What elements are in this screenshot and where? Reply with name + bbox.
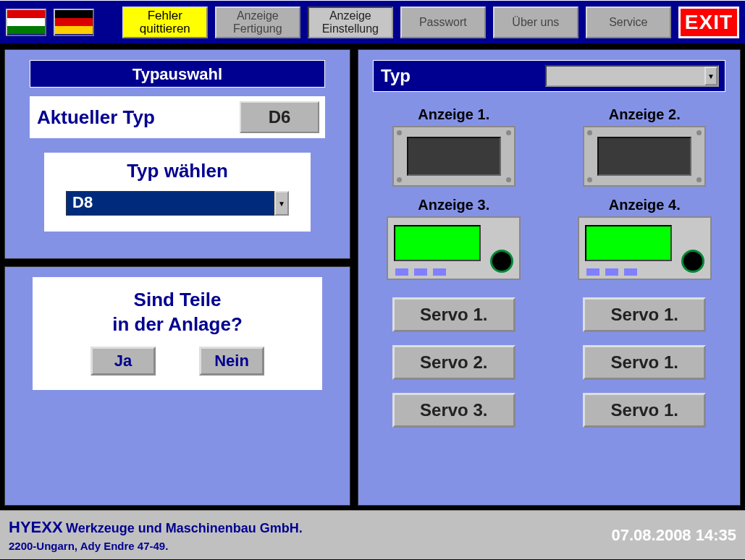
anzeige-fertigung-button[interactable]: Anzeige Fertigung xyxy=(215,7,300,38)
chevron-down-icon[interactable]: ▼ xyxy=(704,67,717,85)
anzeige-3-device xyxy=(387,216,521,280)
type-select-title: Typ wählen xyxy=(66,160,289,182)
ueber-uns-button[interactable]: Über uns xyxy=(493,7,578,38)
servo-grid: Servo 1. Servo 1. Servo 2. Servo 1. Serv… xyxy=(373,297,725,428)
anzeige-1-device xyxy=(392,126,515,187)
company-name: HYEXX xyxy=(9,518,63,536)
top-toolbar: Fehler quittieren Anzeige Fertigung Anze… xyxy=(0,0,745,43)
anzeige-einstellung-button[interactable]: Anzeige Einstellung xyxy=(308,7,393,38)
exit-button[interactable]: EXIT xyxy=(678,7,739,38)
current-type-value: D6 xyxy=(240,101,319,133)
type-dropdown-value: D8 xyxy=(66,191,274,216)
company-tagline: Werkzeuge und Maschinenbau GmbH. xyxy=(66,521,303,535)
flag-germany-button[interactable] xyxy=(54,9,94,36)
knob-icon xyxy=(681,250,704,273)
servo-2-right-button[interactable]: Servo 1. xyxy=(583,345,706,380)
anzeige-2-device xyxy=(583,126,706,187)
footer: HYEXX Werkzeuge und Maschinenbau GmbH. 2… xyxy=(0,510,745,559)
no-button[interactable]: Nein xyxy=(199,347,264,376)
passwort-button[interactable]: Passwort xyxy=(400,7,486,38)
anzeige-grid: Anzeige 1. Anzeige 2. Anzeige 3. xyxy=(373,106,725,280)
typ-label: Typ xyxy=(381,66,411,86)
main-area: Typauswahl Aktueller Typ D6 Typ wählen D… xyxy=(0,43,745,510)
anzeige-4-device xyxy=(578,216,712,280)
typ-dropdown[interactable]: ▼ xyxy=(545,65,719,87)
typ-dropdown-value xyxy=(547,67,704,85)
current-type-row: Aktueller Typ D6 xyxy=(30,96,325,138)
type-dropdown[interactable]: D8 ▼ xyxy=(66,191,289,216)
servo-1-left-button[interactable]: Servo 1. xyxy=(392,297,515,332)
servo-2-left-button[interactable]: Servo 2. xyxy=(392,345,515,380)
datetime-label: 07.08.2008 14:35 xyxy=(612,526,737,545)
anzeige-1-label: Anzeige 1. xyxy=(392,106,515,123)
chevron-down-icon[interactable]: ▼ xyxy=(274,191,289,216)
question-panel: Sind Teile in der Anlage? Ja Nein xyxy=(4,266,350,506)
company-address: 2200-Ungarn, Ady Endre 47-49. xyxy=(9,540,303,552)
servo-3-right-button[interactable]: Servo 1. xyxy=(583,393,706,428)
type-select-box: Typ wählen D8 ▼ xyxy=(44,153,311,232)
display-servo-panel: Typ ▼ Anzeige 1. Anzeige 2. xyxy=(358,49,741,506)
servo-1-right-button[interactable]: Servo 1. xyxy=(583,297,706,332)
question-box: Sind Teile in der Anlage? Ja Nein xyxy=(33,277,322,390)
anzeige-3-label: Anzeige 3. xyxy=(387,197,521,213)
question-text: Sind Teile in der Anlage? xyxy=(33,287,322,336)
panel-title: Typauswahl xyxy=(30,60,325,88)
service-button[interactable]: Service xyxy=(586,7,671,38)
anzeige-2-label: Anzeige 2. xyxy=(583,106,706,123)
yes-button[interactable]: Ja xyxy=(91,347,156,376)
typ-row: Typ ▼ xyxy=(373,60,725,92)
anzeige-4-label: Anzeige 4. xyxy=(578,197,712,213)
type-selection-panel: Typauswahl Aktueller Typ D6 Typ wählen D… xyxy=(4,49,350,259)
knob-icon xyxy=(490,250,513,273)
fehler-quittieren-button[interactable]: Fehler quittieren xyxy=(122,7,208,38)
servo-3-left-button[interactable]: Servo 3. xyxy=(392,393,515,428)
flag-hungary-button[interactable] xyxy=(6,9,46,36)
current-type-label: Aktueller Typ xyxy=(37,106,155,129)
